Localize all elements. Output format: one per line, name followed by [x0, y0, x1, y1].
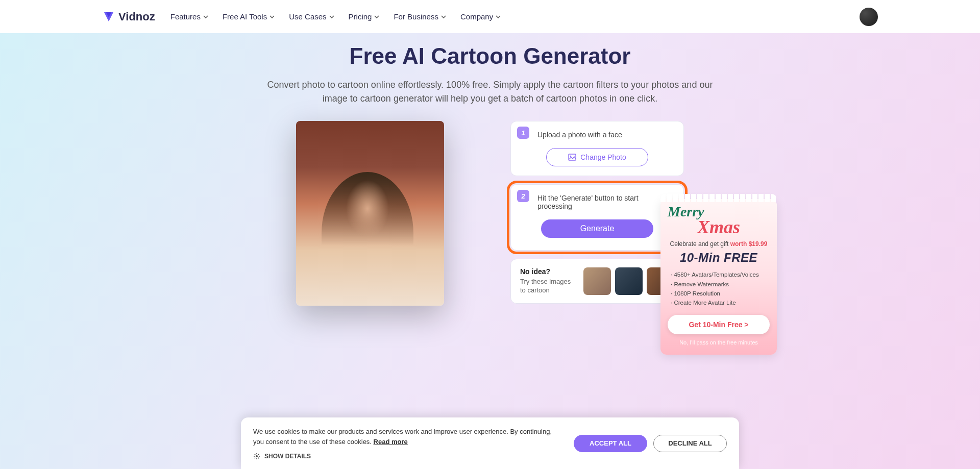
show-details-label: SHOW DETAILS	[264, 453, 311, 460]
step-1-text: Upload a photo with a face	[537, 131, 672, 139]
nav-for-business[interactable]: For Business	[394, 12, 446, 21]
page-title: Free AI Cartoon Generator	[0, 43, 980, 69]
chevron-down-icon	[441, 15, 446, 18]
nav-items: Features Free AI Tools Use Cases Pricing…	[170, 12, 501, 21]
cookie-buttons: ACCEPT ALL DECLINE ALL	[574, 435, 727, 452]
nav-label: Free AI Tools	[223, 12, 267, 21]
cookie-banner: We use cookies to make our products and …	[241, 417, 739, 469]
promo-feature-1: · 4580+ Avatars/Templates/Voices	[671, 270, 770, 279]
nav-company[interactable]: Company	[460, 12, 501, 21]
promo-worth: worth $19.99	[730, 240, 768, 248]
brand-logo[interactable]: Vidnoz	[102, 10, 155, 23]
decline-all-button[interactable]: DECLINE ALL	[653, 435, 727, 452]
promo-celebrate-prefix: Celebrate and get gift	[670, 240, 730, 248]
nav-label: Company	[460, 12, 493, 21]
step-1-badge: 1	[517, 127, 529, 139]
chevron-down-icon	[270, 15, 275, 18]
svg-point-2	[256, 455, 258, 457]
nav-pricing[interactable]: Pricing	[349, 12, 380, 21]
no-idea-text: No idea? Try these images to cartoon	[520, 267, 576, 295]
no-idea-subtitle: Try these images to cartoon	[520, 278, 576, 295]
change-photo-label: Change Photo	[580, 153, 626, 161]
main-content: Free AI Cartoon Generator Convert photo …	[0, 33, 980, 469]
step-2-badge: 2	[517, 190, 529, 202]
brand-name: Vidnoz	[118, 10, 155, 23]
nav-free-ai-tools[interactable]: Free AI Tools	[223, 12, 275, 21]
nav-use-cases[interactable]: Use Cases	[289, 12, 334, 21]
promo-celebrate: Celebrate and get gift worth $19.99	[668, 240, 770, 248]
step-2-card: 2 Hit the 'Generate' button to start pro…	[510, 184, 684, 251]
promo-features: · 4580+ Avatars/Templates/Voices · Remov…	[668, 270, 770, 308]
promo-feature-4: · Create More Avatar Lite	[671, 298, 770, 307]
uploaded-photo-preview	[296, 121, 444, 306]
user-avatar[interactable]	[860, 8, 878, 26]
sample-image-2[interactable]	[615, 267, 643, 295]
no-idea-title: No idea?	[520, 267, 576, 276]
top-nav: Vidnoz Features Free AI Tools Use Cases …	[0, 0, 980, 33]
nav-features[interactable]: Features	[170, 12, 208, 21]
cookie-text: We use cookies to make our products and …	[253, 427, 553, 447]
nav-label: Features	[170, 12, 201, 21]
sample-image-1[interactable]	[583, 267, 611, 295]
content-row: 1 Upload a photo with a face Change Phot…	[0, 121, 980, 306]
image-icon	[568, 153, 576, 161]
xmas-promo-card: Merry Xmas Celebrate and get gift worth …	[660, 199, 777, 355]
logo-icon	[102, 10, 115, 23]
chevron-down-icon	[374, 15, 379, 18]
svg-point-1	[570, 156, 572, 157]
steps-column: 1 Upload a photo with a face Change Phot…	[510, 121, 684, 304]
cookie-read-more-link[interactable]: Read more	[374, 438, 408, 446]
get-free-button[interactable]: Get 10-Min Free >	[668, 315, 770, 334]
promo-feature-2: · Remove Watermarks	[671, 280, 770, 289]
cookie-text-column: We use cookies to make our products and …	[253, 427, 553, 460]
page-subtitle: Convert photo to cartoon online effortle…	[260, 78, 720, 106]
show-details-toggle[interactable]: SHOW DETAILS	[253, 453, 553, 460]
chevron-down-icon	[329, 15, 334, 18]
chevron-down-icon	[496, 15, 501, 18]
promo-feature-3: · 1080P Resolution	[671, 289, 770, 298]
promo-pass-link[interactable]: No, I'll pass on the free minutes	[668, 339, 770, 345]
header-left: Vidnoz Features Free AI Tools Use Cases …	[102, 10, 501, 23]
nav-label: Pricing	[349, 12, 372, 21]
no-idea-card: No idea? Try these images to cartoon	[510, 259, 684, 304]
photo-image	[296, 121, 444, 306]
accept-all-button[interactable]: ACCEPT ALL	[574, 435, 647, 452]
generate-button[interactable]: Generate	[541, 219, 653, 238]
step-1-card: 1 Upload a photo with a face Change Phot…	[510, 121, 684, 176]
step-2-text: Hit the 'Generate' button to start proce…	[537, 194, 672, 210]
chevron-down-icon	[203, 15, 208, 18]
promo-xmas: Xmas	[668, 218, 770, 236]
promo-free-headline: 10-Min FREE	[668, 251, 770, 265]
nav-label: Use Cases	[289, 12, 326, 21]
nav-label: For Business	[394, 12, 438, 21]
change-photo-button[interactable]: Change Photo	[546, 148, 648, 166]
promo-merry: Merry	[668, 205, 770, 218]
gear-icon	[253, 453, 260, 460]
